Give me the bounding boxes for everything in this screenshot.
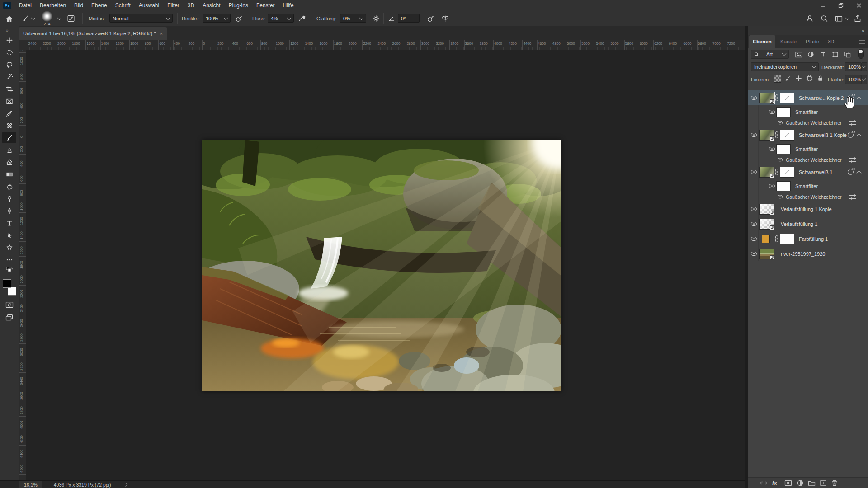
filter-name[interactable]: Gaußscher Weichzeichner [786,194,842,200]
layer-opacity-field[interactable]: 100% [845,62,861,71]
eraser-tool[interactable] [2,156,16,168]
menu-3d[interactable]: 3D [184,0,198,11]
lock-all-icon[interactable] [817,75,824,84]
collapse-chevron-icon[interactable] [856,133,861,138]
layer-row-schwarzweiss-1-kopie[interactable]: Schwarzweiß 1 Kopie [748,127,868,142]
menu-plugins[interactable]: Plug-ins [225,0,252,11]
layer-fill-field[interactable]: 100% [845,75,861,84]
panel-collapse-bar[interactable]: » [748,26,868,35]
add-adjustment-layer-button[interactable] [797,479,804,488]
horizontal-ruler[interactable]: 2400220020001800160014001200100080060040… [26,40,745,50]
visibility-eye-icon[interactable] [751,252,757,256]
lock-position-icon[interactable] [795,75,802,84]
workspace-switcher[interactable] [835,11,849,26]
filter-name[interactable]: Gaußscher Weichzeichner [786,120,842,126]
filter-row-gauss[interactable]: Gaußscher Weichzeichner [748,192,868,202]
smartfilter-row[interactable]: Smartfilter [748,179,868,192]
brush-settings-panel-toggle[interactable] [67,11,75,26]
layer-name[interactable]: Verlaufsfüllung 1 [781,221,817,227]
menu-hilfe[interactable]: Hilfe [279,0,298,11]
layer-row-verlaufsfuellung-1[interactable]: Verlaufsfüllung 1 [748,216,868,231]
brush-angle-field[interactable]: 0° [398,14,420,23]
color-fill-thumb[interactable] [762,235,770,243]
collapse-chevron-icon[interactable] [856,170,861,175]
adjustment-thumbnail[interactable] [780,167,794,178]
canvas-image[interactable] [202,140,561,391]
smartfilter-label[interactable]: Smartfilter [795,146,818,152]
layer-opacity-chevron[interactable] [861,62,867,71]
blend-mode-select[interactable]: Normal [109,14,173,23]
tab-pfade[interactable]: Pfade [802,35,823,48]
photo-layer-thumbnail[interactable] [760,249,774,259]
layer-mask-link-icon[interactable] [775,235,779,243]
filter-blend-options-icon[interactable] [849,120,856,126]
menu-schrift[interactable]: Schrift [111,0,135,11]
edit-toolbar-ellipsis[interactable] [2,254,16,265]
tool-preset-picker[interactable] [22,11,35,26]
lock-pixels-icon[interactable] [784,75,791,84]
smartfilter-mask-thumbnail[interactable] [776,107,791,117]
minimize-button[interactable] [814,0,832,11]
account-icon[interactable] [806,11,814,26]
new-layer-button[interactable] [820,479,827,488]
visibility-eye-icon[interactable] [778,195,783,199]
filter-row-gauss[interactable]: Gaußscher Weichzeichner [748,118,868,127]
collapse-icon[interactable]: » [862,28,864,33]
ruler-corner[interactable] [19,40,26,50]
airbrush-toggle[interactable] [298,11,306,26]
layer-mask-link-icon[interactable] [775,131,779,139]
filter-smart-objects-icon[interactable] [844,51,851,60]
menu-fenster[interactable]: Fenster [252,0,279,11]
toolbar-grip[interactable]: » [6,28,9,33]
add-layer-mask-button[interactable] [784,479,792,488]
layer-name[interactable]: Schwarzw... Kopie 2 [799,95,844,101]
adjustment-thumbnail[interactable] [780,130,794,141]
layer-mask-thumbnail[interactable] [780,234,794,244]
smoothing-field[interactable]: 0% [340,14,366,23]
layer-row-verlaufsfuellung-1-kopie[interactable]: Verlaufsfüllung 1 Kopie [748,202,868,216]
foreground-background-colors[interactable] [3,279,16,296]
collapse-chevron-icon[interactable] [856,96,861,101]
document-tab[interactable]: Unbenannt-1 bei 16,1% (Schwarzweiß 1 Kop… [19,27,167,40]
clone-stamp-tool[interactable] [2,144,16,155]
layer-name[interactable]: river-2951997_1920 [781,251,825,257]
filter-blend-options-icon[interactable] [849,157,856,163]
zoom-level-field[interactable]: 16,1% [19,481,42,488]
visibility-eye-icon[interactable] [769,147,775,151]
layer-row-schwarzweiss-1[interactable]: Schwarzweiß 1 [748,164,868,179]
magic-wand-tool[interactable] [2,71,16,82]
layer-filter-search[interactable]: Art [751,50,789,59]
layer-mask-link-icon[interactable] [775,94,779,102]
filter-type-layers-icon[interactable] [820,51,826,60]
visibility-eye-icon[interactable] [751,133,757,137]
tab-close-icon[interactable]: × [160,31,163,36]
smartfilter-mask-thumbnail[interactable] [776,181,791,191]
brush-size-chevron[interactable] [55,11,61,26]
smartfilter-row[interactable]: Smartfilter [748,142,868,155]
flow-field[interactable]: 4% [268,14,294,23]
layer-name[interactable]: Schwarzweiß 1 [799,169,833,175]
layer-blend-mode-select[interactable]: Ineinanderkopieren [751,62,819,71]
restore-button[interactable] [832,0,850,11]
menu-ansicht[interactable]: Ansicht [198,0,224,11]
close-button[interactable] [850,0,868,11]
opacity-field[interactable]: 100% [203,14,231,23]
menu-bild[interactable]: Bild [70,0,87,11]
path-selection-tool[interactable] [2,230,16,241]
smartfilter-label[interactable]: Smartfilter [795,109,818,115]
brush-size-picker[interactable]: 214 [42,11,52,26]
visibility-eye-icon[interactable] [769,110,775,114]
dodge-tool[interactable] [2,193,16,204]
lasso-tool[interactable] [2,59,16,70]
layer-row-farbfuellung-1[interactable]: Farbfüllung 1 [748,231,868,246]
default-colors-icon[interactable] [2,266,16,274]
filter-blend-options-icon[interactable] [849,194,856,200]
opacity-pressure-toggle[interactable] [235,11,243,26]
elliptical-marquee-tool[interactable] [2,47,16,58]
lock-transparency-icon[interactable] [774,75,781,83]
smart-filter-toggle-icon[interactable] [848,132,854,138]
visibility-eye-icon[interactable] [778,158,783,162]
brush-tool[interactable] [2,132,16,143]
home-button[interactable] [5,11,13,26]
layer-thumbnail[interactable] [760,93,774,103]
